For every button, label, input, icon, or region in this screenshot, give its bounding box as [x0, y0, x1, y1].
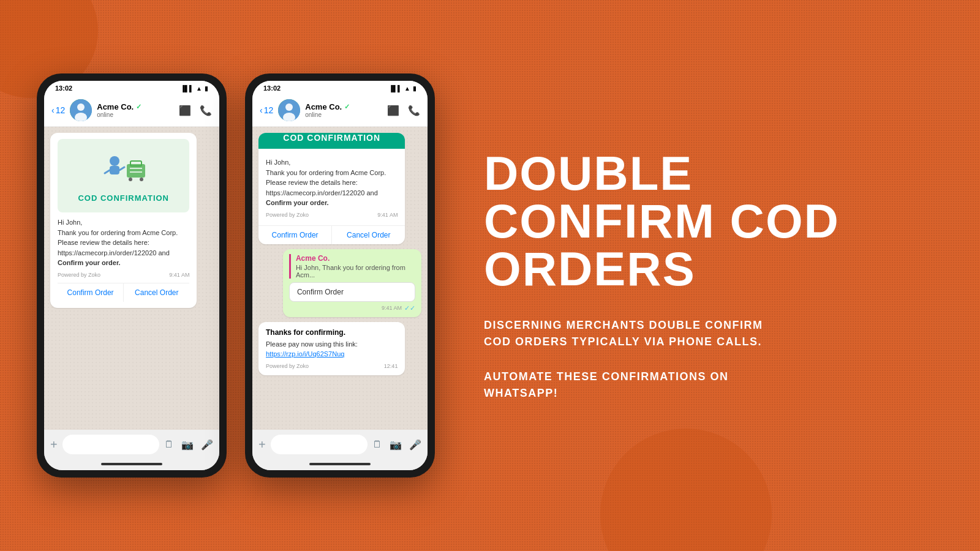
wa-contact-info-2: Acme Co. ✓ online	[305, 102, 382, 118]
powered-by-2: Powered by Zoko	[266, 212, 309, 218]
wa-input-bar-2: + 🗒 📷 🎤	[252, 430, 428, 459]
thanks-title-2: Thanks for confirming.	[266, 328, 398, 337]
text-input-1[interactable]	[62, 435, 159, 454]
phone-icon-1[interactable]: 📞	[200, 105, 212, 116]
camera-icon-1[interactable]: 📷	[181, 439, 194, 451]
msg-actions-2: Confirm Order Cancel Order	[258, 225, 405, 244]
plus-icon-2[interactable]: +	[258, 438, 266, 452]
phone-2: 13:02 ▐▌▌ ▲ ▮ ‹ 12	[245, 73, 435, 478]
heading-line3: ORDERS	[484, 242, 696, 296]
svg-rect-4	[110, 166, 119, 174]
heading-line1: DOUBLE	[484, 146, 693, 200]
thanks-powered-2: Powered by Zoko	[266, 363, 309, 369]
back-chevron-icon: ‹	[51, 105, 55, 115]
cod-title-1: COD CONFIRMATION	[78, 193, 169, 203]
cancel-order-btn-2[interactable]: Cancel Order	[331, 226, 405, 244]
signal-icon-2: ▐▌▌	[389, 85, 402, 92]
msg-text-2: Hi John, Thank you for ordering from Acm…	[266, 157, 398, 208]
sticker-icon-1[interactable]: 🗒	[164, 439, 174, 451]
home-bar-2	[252, 459, 428, 470]
phone-2-screen: 13:02 ▐▌▌ ▲ ▮ ‹ 12	[252, 81, 428, 470]
home-bar-line-2	[309, 463, 371, 465]
sticker-icon-2[interactable]: 🗒	[372, 439, 382, 451]
wa-back-2[interactable]: ‹ 12	[260, 105, 273, 115]
battery-icon: ▮	[205, 85, 208, 92]
phone-1-screen: 13:02 ▐▌▌ ▲ ▮ ‹ 12	[44, 81, 219, 470]
sent-name-2: Acme Co.	[296, 254, 415, 263]
wa-contact-name-2: Acme Co. ✓	[305, 102, 382, 111]
svg-point-9	[129, 178, 132, 181]
text-input-2[interactable]	[271, 435, 368, 454]
phone-icon-2[interactable]: 📞	[408, 105, 420, 116]
sent-action-area-2: Confirm Order	[289, 282, 415, 302]
msg-actions-1: Confirm Order Cancel Order	[58, 283, 189, 302]
powered-by-1: Powered by Zoko	[58, 272, 100, 278]
svg-line-5	[105, 170, 110, 173]
wa-contact-info-1: Acme Co. ✓ online	[97, 102, 174, 118]
sub-text-2: AUTOMATE THESE CONFIRMATIONS ON WHATSAPP…	[484, 369, 943, 402]
mic-icon-2[interactable]: 🎤	[409, 439, 421, 451]
back-chevron-icon-2: ‹	[260, 105, 263, 115]
sent-time-2: 9:41 AM	[382, 305, 402, 311]
wa-header-1: ‹ 12 Acme Co. ✓	[44, 94, 219, 127]
chat-area-2: COD CONFIRMATION Hi John, Thank you for …	[252, 127, 428, 430]
sub-text-1: DISCERNING MERCHANTS DOUBLE CONFIRM COD …	[484, 317, 943, 350]
verified-badge-1: ✓	[136, 103, 141, 111]
status-icons-2: ▐▌▌ ▲ ▮	[389, 85, 417, 92]
svg-point-1	[77, 103, 85, 111]
status-bar-1: 13:02 ▐▌▌ ▲ ▮	[44, 81, 219, 94]
input-icons-1: 🗒 📷 🎤	[164, 439, 213, 451]
msg-footer-2: Powered by Zoko 9:41 AM	[266, 212, 398, 218]
back-count-2: 12	[264, 105, 274, 115]
video-icon-2[interactable]: ⬛	[387, 105, 399, 116]
phones-section: 13:02 ▐▌▌ ▲ ▮ ‹ 12	[37, 73, 435, 478]
thanks-time-2: 12:41	[384, 363, 398, 369]
status-icons-1: ▐▌▌ ▲ ▮	[181, 85, 208, 92]
main-heading: DOUBLE CONFIRM COD ORDERS	[484, 149, 943, 293]
wa-contact-status-1: online	[97, 111, 174, 118]
wa-back-1[interactable]: ‹ 12	[51, 105, 65, 115]
wa-contact-name-1: Acme Co. ✓	[97, 102, 174, 111]
battery-icon-2: ▮	[413, 85, 417, 92]
wa-header-icons-2: ⬛ 📞	[387, 105, 420, 116]
cod-msg-body-2: Hi John, Thank you for ordering from Acm…	[258, 154, 405, 220]
svg-line-6	[119, 167, 124, 170]
thanks-bubble-2: Thanks for confirming. Please pay now us…	[258, 322, 405, 375]
sent-preview-2: Hi John, Thank you for ordering from Acm…	[296, 264, 415, 279]
wa-avatar-2	[278, 99, 300, 121]
signal-icon: ▐▌▌	[181, 85, 194, 92]
avatar-svg-1	[70, 99, 92, 121]
video-icon-1[interactable]: ⬛	[179, 105, 191, 116]
sent-bubble-2: Acme Co. Hi John, Thank you for ordering…	[283, 249, 421, 317]
confirm-order-btn-1[interactable]: Confirm Order	[58, 283, 123, 302]
msg-time-1: 9:41 AM	[169, 272, 189, 278]
sent-msg-container-2: Acme Co. Hi John, Thank you for ordering…	[283, 249, 421, 317]
svg-point-10	[140, 178, 143, 181]
cancel-order-btn-1[interactable]: Cancel Order	[123, 283, 189, 302]
avatar-svg-2	[278, 99, 300, 121]
cod-illustration-1	[96, 149, 151, 189]
wa-contact-status-2: online	[305, 111, 382, 118]
camera-icon-2[interactable]: 📷	[390, 439, 402, 451]
verified-badge-2: ✓	[344, 103, 350, 111]
wa-avatar-1	[70, 99, 92, 121]
svg-point-14	[285, 103, 293, 111]
sent-action-text-2: Confirm Order	[297, 288, 344, 296]
svg-point-3	[110, 156, 119, 166]
confirm-order-btn-2[interactable]: Confirm Order	[258, 226, 331, 244]
sent-time-area-2: 9:41 AM ✓✓	[289, 304, 415, 312]
phone-1: 13:02 ▐▌▌ ▲ ▮ ‹ 12	[37, 73, 227, 478]
mic-icon-1[interactable]: 🎤	[201, 439, 213, 451]
thanks-link-2[interactable]: https://rzp.io/i/Uq62S7Nuq	[266, 350, 344, 358]
plus-icon-1[interactable]: +	[50, 438, 58, 452]
back-count-1: 12	[56, 105, 66, 115]
sent-quoted-2: Acme Co. Hi John, Thank you for ordering…	[289, 254, 415, 279]
heading-line2: CONFIRM COD	[484, 194, 840, 248]
content-wrapper: 13:02 ▐▌▌ ▲ ▮ ‹ 12	[0, 0, 980, 551]
msg-bubble-1: COD CONFIRMATION Hi John, Thank you for …	[50, 133, 197, 308]
wa-header-2: ‹ 12 Acme Co. ✓	[252, 94, 428, 127]
msg-bubble-2-cod: COD CONFIRMATION Hi John, Thank you for …	[258, 133, 405, 244]
chat-area-1: COD CONFIRMATION Hi John, Thank you for …	[44, 127, 219, 430]
wifi-icon-2: ▲	[404, 85, 410, 92]
wifi-icon: ▲	[196, 85, 202, 92]
